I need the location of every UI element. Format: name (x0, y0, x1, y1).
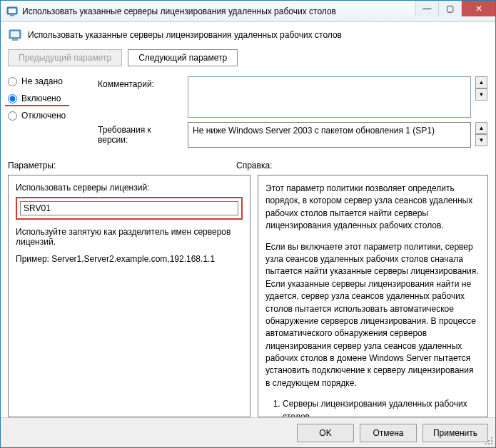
help-section-label: Справка: (236, 161, 488, 170)
policy-editor-window: Использовать указанные серверы лицензиро… (0, 0, 496, 448)
radio-disabled-label: Отключено (21, 111, 66, 121)
window-title: Использовать указанные серверы лицензиро… (22, 6, 415, 16)
radio-disabled-input[interactable] (8, 111, 17, 121)
cancel-button[interactable]: Отмена (360, 424, 417, 442)
next-setting-button[interactable]: Следующий параметр (128, 49, 238, 66)
resize-grip-icon[interactable] (485, 437, 493, 445)
svg-rect-2 (10, 15, 14, 16)
highlight-box (16, 197, 243, 220)
radio-not-configured-input[interactable] (8, 77, 17, 86)
svg-point-9 (485, 443, 487, 444)
svg-point-11 (491, 443, 492, 444)
ok-button[interactable]: OK (297, 424, 354, 442)
requirements-value: Не ниже Windows Server 2003 с пакетом об… (193, 126, 435, 136)
servers-example: Пример: Server1,Server2.example.com,192.… (16, 254, 243, 264)
titlebar[interactable]: Использовать указанные серверы лицензиро… (1, 1, 495, 22)
app-icon (6, 6, 18, 17)
radio-enabled-input[interactable] (8, 94, 17, 103)
help-para-2: Если вы включаете этот параметр политики… (265, 241, 480, 390)
radio-disabled[interactable]: Отключено (8, 111, 86, 121)
svg-rect-5 (12, 39, 18, 41)
help-para-1: Этот параметр политики позволяет определ… (265, 183, 480, 233)
policy-icon (8, 28, 22, 42)
options-panel: Использовать серверы лицензий: Используй… (8, 175, 250, 417)
svg-point-7 (488, 440, 490, 442)
minimize-button[interactable]: — (415, 1, 438, 16)
comment-spin-down[interactable]: ▼ (475, 88, 487, 101)
svg-rect-4 (11, 31, 19, 37)
radio-not-configured-label: Не задано (21, 76, 63, 86)
license-servers-label: Использовать серверы лицензий: (16, 183, 243, 193)
options-section-label: Параметры: (8, 161, 236, 170)
radio-enabled-label: Включено (21, 93, 61, 103)
servers-hint: Используйте запятую как разделитель имен… (16, 227, 243, 247)
help-panel[interactable]: Этот параметр политики позволяет определ… (258, 175, 488, 417)
comment-label: Комментарий: (98, 76, 183, 89)
requirements-spin-down[interactable]: ▼ (475, 134, 487, 146)
highlight-underline (5, 105, 69, 106)
close-button[interactable]: ✕ (461, 1, 495, 16)
svg-rect-1 (9, 9, 16, 13)
requirements-label: Требования к версии: (98, 122, 183, 145)
apply-button[interactable]: Применить (422, 424, 488, 442)
dialog-footer: OK Отмена Применить (1, 417, 495, 447)
radio-enabled[interactable]: Включено (8, 93, 86, 103)
maximize-button[interactable]: ▢ (438, 1, 461, 16)
license-servers-input[interactable] (20, 201, 238, 215)
requirements-spin-up[interactable]: ▲ (475, 122, 487, 134)
svg-point-6 (491, 437, 492, 439)
svg-point-10 (488, 443, 490, 444)
previous-setting-button: Предыдущий параметр (8, 49, 122, 66)
help-list-item-1: Серверы лицензирования удаленных рабочих… (283, 398, 480, 417)
radio-not-configured[interactable]: Не задано (8, 76, 86, 86)
policy-title: Использовать указанные серверы лицензиро… (28, 30, 342, 40)
requirements-box: Не ниже Windows Server 2003 с пакетом об… (188, 122, 471, 148)
comment-input[interactable] (188, 76, 471, 118)
svg-point-8 (491, 440, 492, 442)
comment-spin-up[interactable]: ▲ (475, 76, 487, 88)
